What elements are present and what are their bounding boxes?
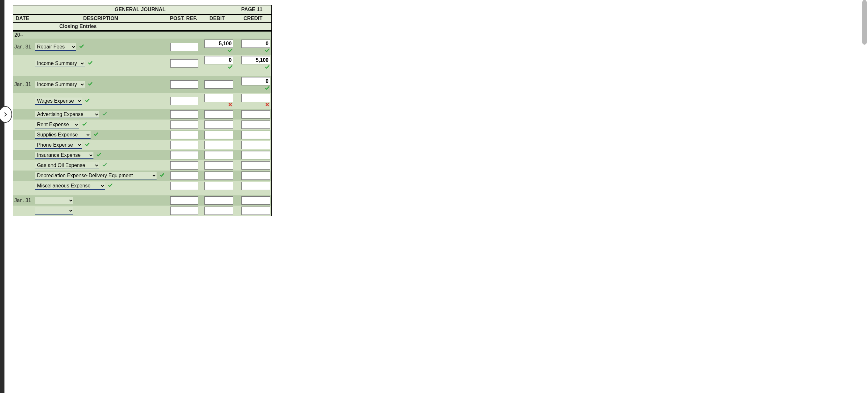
- credit-input[interactable]: [241, 206, 270, 215]
- col-desc: DESCRIPTION: [34, 14, 167, 23]
- post-ref-input[interactable]: [170, 59, 198, 68]
- post-ref-input[interactable]: [170, 43, 198, 51]
- row-date: [13, 160, 34, 170]
- post-ref-input[interactable]: [170, 121, 198, 129]
- check-icon: [79, 44, 85, 50]
- cross-icon: [265, 102, 270, 108]
- check-icon: [227, 64, 233, 71]
- check-icon: [87, 60, 93, 67]
- credit-input[interactable]: [241, 94, 270, 102]
- row-date: [13, 181, 34, 191]
- journal-row: Repair FeesIncome SummaryWages ExpenseAd…: [13, 140, 272, 150]
- credit-input[interactable]: [241, 110, 270, 119]
- journal-row: Repair FeesIncome SummaryWages ExpenseAd…: [13, 160, 272, 170]
- check-icon: [82, 122, 87, 128]
- debit-input[interactable]: [205, 56, 233, 64]
- journal-row: Repair FeesIncome SummaryWages ExpenseAd…: [13, 170, 272, 181]
- post-ref-input[interactable]: [170, 206, 198, 215]
- journal-row: Repair FeesIncome SummaryWages ExpenseAd…: [13, 109, 272, 120]
- post-ref-input[interactable]: [170, 80, 198, 89]
- post-ref-input[interactable]: [170, 182, 198, 190]
- debit-input[interactable]: [205, 161, 233, 170]
- col-date: DATE: [13, 14, 34, 23]
- debit-input[interactable]: [205, 196, 233, 205]
- debit-input[interactable]: [205, 94, 233, 102]
- journal-row: Repair FeesIncome SummaryWages ExpenseAd…: [13, 150, 272, 160]
- credit-input[interactable]: [241, 151, 270, 159]
- scrollbar-thumb[interactable]: [862, 0, 867, 45]
- journal-row: Jan. 31Repair FeesIncome SummaryWages Ex…: [13, 39, 272, 55]
- debit-input[interactable]: [205, 110, 233, 119]
- debit-input[interactable]: [205, 141, 233, 149]
- credit-input[interactable]: [241, 39, 270, 48]
- post-ref-input[interactable]: [170, 151, 198, 159]
- account-select[interactable]: Repair FeesIncome SummaryWages ExpenseAd…: [35, 111, 99, 118]
- check-icon: [87, 81, 93, 88]
- account-select[interactable]: Repair FeesIncome SummaryWages ExpenseAd…: [35, 131, 91, 139]
- row-date: [13, 140, 34, 150]
- row-date: Jan. 31: [13, 76, 34, 93]
- account-select[interactable]: Repair FeesIncome SummaryWages ExpenseAd…: [35, 141, 82, 149]
- account-select[interactable]: Repair FeesIncome SummaryWages ExpenseAd…: [35, 172, 157, 179]
- debit-input[interactable]: [205, 182, 233, 190]
- row-date: Jan. 31: [13, 195, 34, 205]
- credit-input[interactable]: [241, 141, 270, 149]
- journal-page: PAGE 11: [167, 5, 271, 14]
- account-select[interactable]: Repair FeesIncome SummaryWages ExpenseAd…: [35, 152, 93, 159]
- credit-input[interactable]: [241, 161, 270, 170]
- credit-input[interactable]: [241, 131, 270, 139]
- check-icon: [96, 152, 102, 158]
- account-select[interactable]: Repair FeesIncome SummaryWages ExpenseAd…: [35, 207, 73, 215]
- account-select[interactable]: Repair FeesIncome SummaryWages ExpenseAd…: [35, 98, 82, 105]
- check-icon: [107, 183, 113, 189]
- row-date: [13, 170, 34, 181]
- account-select[interactable]: Repair FeesIncome SummaryWages ExpenseAd…: [35, 81, 85, 88]
- row-date: [13, 130, 34, 140]
- debit-input[interactable]: [205, 151, 233, 159]
- journal-title: GENERAL JOURNAL: [13, 5, 168, 14]
- journal-row: Repair FeesIncome SummaryWages ExpenseAd…: [13, 120, 272, 130]
- credit-input[interactable]: [241, 196, 270, 205]
- post-ref-input[interactable]: [170, 196, 198, 205]
- check-icon: [85, 142, 90, 148]
- row-date: [13, 150, 34, 160]
- account-select[interactable]: Repair FeesIncome SummaryWages ExpenseAd…: [35, 43, 76, 51]
- check-icon: [159, 172, 165, 179]
- post-ref-input[interactable]: [170, 161, 198, 170]
- credit-input[interactable]: [241, 56, 270, 64]
- credit-input[interactable]: [241, 182, 270, 190]
- debit-input[interactable]: [205, 39, 233, 48]
- account-select[interactable]: Repair FeesIncome SummaryWages ExpenseAd…: [35, 60, 85, 67]
- account-select[interactable]: Repair FeesIncome SummaryWages ExpenseAd…: [35, 162, 99, 169]
- general-journal-table: GENERAL JOURNAL PAGE 11 DATE DESCRIPTION…: [13, 5, 272, 216]
- debit-input[interactable]: [205, 206, 233, 215]
- expand-handle[interactable]: [0, 106, 12, 123]
- account-select[interactable]: Repair FeesIncome SummaryWages ExpenseAd…: [35, 182, 105, 190]
- post-ref-input[interactable]: [170, 110, 198, 119]
- credit-input[interactable]: [241, 77, 270, 86]
- post-ref-input[interactable]: [170, 97, 198, 105]
- check-icon: [102, 111, 107, 118]
- journal-year: 20--: [13, 31, 272, 39]
- account-select[interactable]: Repair FeesIncome SummaryWages ExpenseAd…: [35, 197, 73, 204]
- check-icon: [93, 132, 99, 138]
- row-date: [13, 93, 34, 109]
- journal-row: Jan. 31Repair FeesIncome SummaryWages Ex…: [13, 76, 272, 93]
- post-ref-input[interactable]: [170, 131, 198, 139]
- debit-input[interactable]: [205, 171, 233, 180]
- debit-input[interactable]: [205, 121, 233, 129]
- debit-input[interactable]: [205, 80, 233, 89]
- debit-input[interactable]: [205, 131, 233, 139]
- credit-input[interactable]: [241, 171, 270, 180]
- row-date: [13, 109, 34, 120]
- journal-row: Repair FeesIncome SummaryWages ExpenseAd…: [13, 93, 272, 109]
- check-icon: [265, 48, 270, 54]
- check-icon: [265, 64, 270, 71]
- row-date: [13, 120, 34, 130]
- account-select[interactable]: Repair FeesIncome SummaryWages ExpenseAd…: [35, 121, 79, 128]
- col-debit: DEBIT: [199, 14, 235, 23]
- credit-input[interactable]: [241, 121, 270, 129]
- post-ref-input[interactable]: [170, 171, 198, 180]
- col-credit: CREDIT: [235, 14, 271, 23]
- post-ref-input[interactable]: [170, 141, 198, 149]
